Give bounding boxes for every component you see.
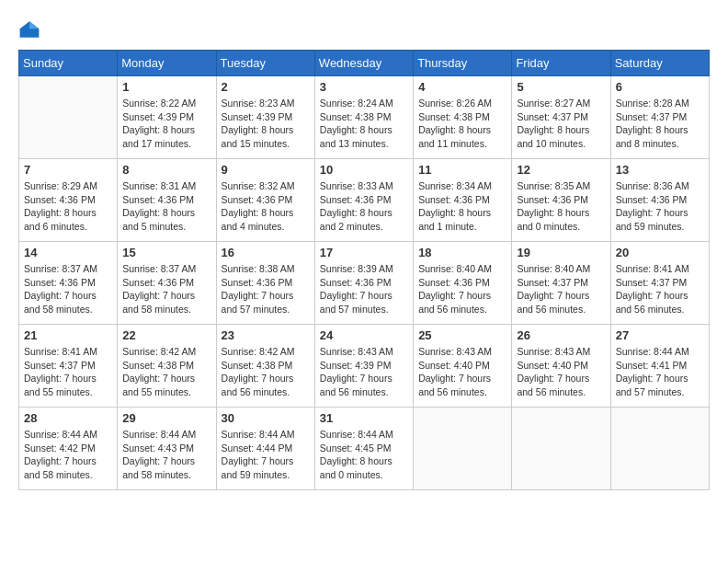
day-number: 26 [517, 328, 605, 342]
day-info: Sunrise: 8:44 AMSunset: 4:45 PMDaylight:… [320, 428, 408, 482]
calendar-cell: 13Sunrise: 8:36 AMSunset: 4:36 PMDayligh… [610, 159, 709, 242]
day-number: 19 [517, 246, 605, 259]
day-number: 14 [24, 246, 112, 259]
day-number: 16 [222, 246, 310, 259]
day-number: 22 [122, 328, 210, 342]
day-info: Sunrise: 8:43 AMSunset: 4:39 PMDaylight:… [320, 345, 408, 399]
day-info: Sunrise: 8:27 AMSunset: 4:37 PMDaylight:… [517, 97, 605, 151]
weekday-header: Thursday [414, 51, 512, 76]
day-number: 10 [320, 163, 408, 177]
day-info: Sunrise: 8:39 AMSunset: 4:36 PMDaylight:… [320, 262, 408, 316]
calendar-cell: 7Sunrise: 8:29 AMSunset: 4:36 PMDaylight… [19, 159, 118, 242]
day-info: Sunrise: 8:23 AMSunset: 4:39 PMDaylight:… [222, 97, 310, 151]
calendar-cell: 3Sunrise: 8:24 AMSunset: 4:38 PMDaylight… [314, 76, 413, 159]
day-number: 13 [616, 163, 704, 177]
day-number: 8 [122, 163, 210, 177]
day-info: Sunrise: 8:24 AMSunset: 4:38 PMDaylight:… [320, 97, 408, 151]
calendar-cell: 15Sunrise: 8:37 AMSunset: 4:36 PMDayligh… [118, 242, 216, 325]
calendar-cell: 31Sunrise: 8:44 AMSunset: 4:45 PMDayligh… [314, 408, 413, 490]
day-info: Sunrise: 8:41 AMSunset: 4:37 PMDaylight:… [616, 262, 704, 316]
calendar-cell: 18Sunrise: 8:40 AMSunset: 4:36 PMDayligh… [414, 242, 512, 325]
day-number: 18 [418, 246, 506, 259]
calendar-cell: 19Sunrise: 8:40 AMSunset: 4:37 PMDayligh… [512, 242, 610, 325]
day-info: Sunrise: 8:40 AMSunset: 4:37 PMDaylight:… [517, 262, 605, 316]
calendar-cell [414, 408, 512, 490]
calendar-cell: 29Sunrise: 8:44 AMSunset: 4:43 PMDayligh… [118, 408, 216, 490]
day-info: Sunrise: 8:33 AMSunset: 4:36 PMDaylight:… [320, 179, 408, 234]
day-number: 25 [418, 328, 506, 342]
calendar-cell: 16Sunrise: 8:38 AMSunset: 4:36 PMDayligh… [216, 242, 314, 325]
calendar-cell: 24Sunrise: 8:43 AMSunset: 4:39 PMDayligh… [314, 325, 413, 408]
day-number: 23 [222, 328, 310, 342]
day-info: Sunrise: 8:40 AMSunset: 4:36 PMDaylight:… [418, 262, 506, 316]
calendar-cell: 4Sunrise: 8:26 AMSunset: 4:38 PMDaylight… [414, 76, 512, 159]
calendar-cell: 22Sunrise: 8:42 AMSunset: 4:38 PMDayligh… [118, 325, 216, 408]
day-number: 11 [418, 163, 506, 177]
calendar-cell: 23Sunrise: 8:42 AMSunset: 4:38 PMDayligh… [216, 325, 314, 408]
calendar-cell: 25Sunrise: 8:43 AMSunset: 4:40 PMDayligh… [414, 325, 512, 408]
day-number: 31 [320, 411, 408, 425]
calendar-cell: 14Sunrise: 8:37 AMSunset: 4:36 PMDayligh… [19, 242, 118, 325]
calendar-cell: 5Sunrise: 8:27 AMSunset: 4:37 PMDaylight… [512, 76, 610, 159]
calendar-cell: 8Sunrise: 8:31 AMSunset: 4:36 PMDaylight… [118, 159, 216, 242]
day-info: Sunrise: 8:32 AMSunset: 4:36 PMDaylight:… [222, 179, 310, 234]
day-number: 12 [517, 163, 605, 177]
day-info: Sunrise: 8:22 AMSunset: 4:39 PMDaylight:… [122, 97, 210, 151]
weekday-header: Saturday [610, 51, 709, 76]
day-number: 20 [616, 246, 704, 259]
logo [18, 18, 44, 40]
day-info: Sunrise: 8:29 AMSunset: 4:36 PMDaylight:… [24, 179, 112, 234]
day-number: 17 [320, 246, 408, 259]
calendar-cell: 30Sunrise: 8:44 AMSunset: 4:44 PMDayligh… [216, 408, 314, 490]
calendar-week-row: 21Sunrise: 8:41 AMSunset: 4:37 PMDayligh… [19, 325, 710, 408]
day-info: Sunrise: 8:42 AMSunset: 4:38 PMDaylight:… [222, 345, 310, 399]
calendar-cell [19, 76, 118, 159]
day-number: 15 [122, 246, 210, 259]
day-info: Sunrise: 8:44 AMSunset: 4:44 PMDaylight:… [222, 428, 310, 482]
day-info: Sunrise: 8:34 AMSunset: 4:36 PMDaylight:… [418, 179, 506, 234]
day-info: Sunrise: 8:43 AMSunset: 4:40 PMDaylight:… [418, 345, 506, 399]
day-number: 3 [320, 80, 408, 94]
day-info: Sunrise: 8:38 AMSunset: 4:36 PMDaylight:… [222, 262, 310, 316]
day-info: Sunrise: 8:44 AMSunset: 4:41 PMDaylight:… [616, 345, 704, 399]
logo-icon [18, 18, 40, 40]
weekday-header: Wednesday [314, 51, 413, 76]
calendar: SundayMondayTuesdayWednesdayThursdayFrid… [18, 50, 710, 490]
day-info: Sunrise: 8:31 AMSunset: 4:36 PMDaylight:… [122, 179, 210, 234]
calendar-week-row: 14Sunrise: 8:37 AMSunset: 4:36 PMDayligh… [19, 242, 710, 325]
day-number: 21 [24, 328, 112, 342]
calendar-cell: 11Sunrise: 8:34 AMSunset: 4:36 PMDayligh… [414, 159, 512, 242]
day-number: 9 [222, 163, 310, 177]
calendar-week-row: 28Sunrise: 8:44 AMSunset: 4:42 PMDayligh… [19, 408, 710, 490]
day-info: Sunrise: 8:28 AMSunset: 4:37 PMDaylight:… [616, 97, 704, 151]
weekday-header-row: SundayMondayTuesdayWednesdayThursdayFrid… [19, 51, 710, 76]
day-info: Sunrise: 8:44 AMSunset: 4:42 PMDaylight:… [24, 428, 112, 482]
day-info: Sunrise: 8:35 AMSunset: 4:36 PMDaylight:… [517, 179, 605, 234]
day-number: 28 [24, 411, 112, 425]
calendar-cell: 12Sunrise: 8:35 AMSunset: 4:36 PMDayligh… [512, 159, 610, 242]
day-number: 30 [222, 411, 310, 425]
day-number: 24 [320, 328, 408, 342]
day-number: 2 [222, 80, 310, 94]
calendar-cell: 6Sunrise: 8:28 AMSunset: 4:37 PMDaylight… [610, 76, 709, 159]
day-number: 4 [418, 80, 506, 94]
calendar-cell: 9Sunrise: 8:32 AMSunset: 4:36 PMDaylight… [216, 159, 314, 242]
day-info: Sunrise: 8:26 AMSunset: 4:38 PMDaylight:… [418, 97, 506, 151]
calendar-cell [512, 408, 610, 490]
day-number: 29 [122, 411, 210, 425]
weekday-header: Tuesday [216, 51, 314, 76]
day-number: 5 [517, 80, 605, 94]
svg-marker-1 [29, 21, 39, 29]
calendar-cell: 28Sunrise: 8:44 AMSunset: 4:42 PMDayligh… [19, 408, 118, 490]
day-number: 1 [122, 80, 210, 94]
day-info: Sunrise: 8:41 AMSunset: 4:37 PMDaylight:… [24, 345, 112, 399]
calendar-cell: 26Sunrise: 8:43 AMSunset: 4:40 PMDayligh… [512, 325, 610, 408]
calendar-week-row: 1Sunrise: 8:22 AMSunset: 4:39 PMDaylight… [19, 76, 710, 159]
day-number: 27 [616, 328, 704, 342]
calendar-cell: 17Sunrise: 8:39 AMSunset: 4:36 PMDayligh… [314, 242, 413, 325]
page-header [18, 18, 710, 40]
calendar-cell: 1Sunrise: 8:22 AMSunset: 4:39 PMDaylight… [118, 76, 216, 159]
day-number: 6 [616, 80, 704, 94]
day-info: Sunrise: 8:43 AMSunset: 4:40 PMDaylight:… [517, 345, 605, 399]
day-info: Sunrise: 8:44 AMSunset: 4:43 PMDaylight:… [122, 428, 210, 482]
